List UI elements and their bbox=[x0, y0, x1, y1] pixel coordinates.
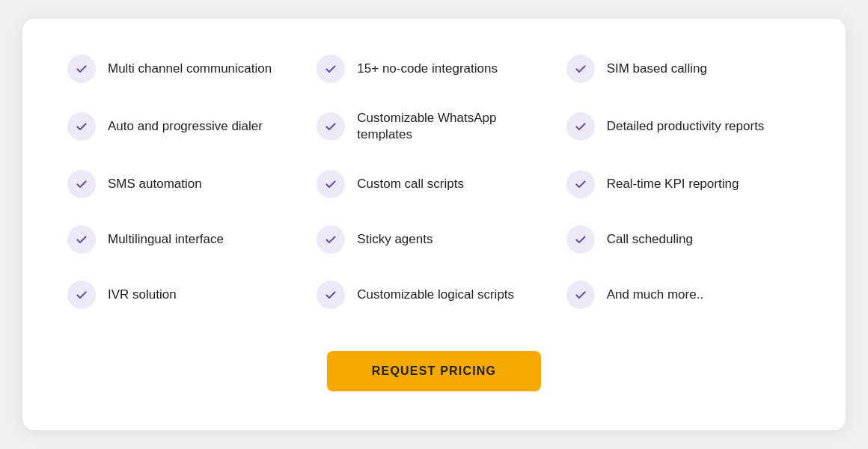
feature-label-custom-call-scripts: Custom call scripts bbox=[357, 176, 464, 192]
check-circle-icon bbox=[566, 55, 595, 83]
check-circle-icon bbox=[566, 225, 595, 254]
feature-label-productivity-reports: Detailed productivity reports bbox=[607, 118, 765, 135]
check-circle-icon bbox=[317, 225, 345, 254]
feature-label-sim-based-calling: SIM based calling bbox=[607, 61, 707, 77]
feature-label-call-scheduling: Call scheduling bbox=[607, 231, 693, 248]
check-circle-icon bbox=[67, 225, 96, 254]
feature-label-whatsapp-templates: Customizable WhatsApp templates bbox=[357, 110, 551, 143]
feature-item-custom-call-scripts: Custom call scripts bbox=[317, 170, 551, 198]
feature-item-realtime-kpi: Real-time KPI reporting bbox=[566, 170, 801, 198]
check-circle-icon bbox=[317, 55, 345, 83]
feature-item-sms-automation: SMS automation bbox=[67, 170, 302, 198]
check-circle-icon bbox=[67, 112, 96, 141]
feature-item-productivity-reports: Detailed productivity reports bbox=[566, 110, 801, 143]
check-circle-icon bbox=[317, 170, 345, 198]
check-circle-icon bbox=[566, 170, 595, 198]
features-grid: Multi channel communication 15+ no-code … bbox=[67, 55, 801, 309]
feature-label-no-code-integrations: 15+ no-code integrations bbox=[357, 61, 498, 77]
feature-label-and-more: And much more.. bbox=[607, 287, 703, 303]
feature-label-ivr-solution: IVR solution bbox=[108, 287, 177, 303]
feature-item-multi-channel: Multi channel communication bbox=[67, 55, 302, 83]
feature-label-logical-scripts: Customizable logical scripts bbox=[357, 287, 514, 303]
feature-label-multi-channel: Multi channel communication bbox=[108, 61, 272, 77]
feature-item-logical-scripts: Customizable logical scripts bbox=[317, 281, 551, 309]
feature-label-multilingual: Multilingual interface bbox=[108, 231, 224, 248]
cta-row: REQUEST PRICING bbox=[67, 351, 801, 391]
feature-item-no-code-integrations: 15+ no-code integrations bbox=[317, 55, 551, 83]
feature-label-realtime-kpi: Real-time KPI reporting bbox=[607, 176, 739, 192]
feature-item-auto-dialer: Auto and progressive dialer bbox=[67, 110, 302, 143]
features-card: Multi channel communication 15+ no-code … bbox=[22, 19, 846, 430]
feature-label-sms-automation: SMS automation bbox=[108, 176, 202, 192]
check-circle-icon bbox=[317, 281, 345, 309]
feature-item-and-more: And much more.. bbox=[566, 281, 801, 309]
feature-item-whatsapp-templates: Customizable WhatsApp templates bbox=[317, 110, 551, 143]
feature-item-sticky-agents: Sticky agents bbox=[317, 225, 551, 254]
check-circle-icon bbox=[67, 55, 96, 83]
feature-item-sim-based-calling: SIM based calling bbox=[566, 55, 801, 83]
request-pricing-button[interactable]: REQUEST PRICING bbox=[327, 351, 541, 391]
check-circle-icon bbox=[67, 170, 96, 198]
feature-item-call-scheduling: Call scheduling bbox=[566, 225, 801, 254]
feature-item-ivr-solution: IVR solution bbox=[67, 281, 302, 309]
check-circle-icon bbox=[566, 281, 595, 309]
check-circle-icon bbox=[566, 112, 595, 141]
feature-item-multilingual: Multilingual interface bbox=[67, 225, 302, 254]
feature-label-auto-dialer: Auto and progressive dialer bbox=[108, 118, 263, 135]
feature-label-sticky-agents: Sticky agents bbox=[357, 231, 433, 248]
check-circle-icon bbox=[317, 112, 345, 141]
check-circle-icon bbox=[67, 281, 96, 309]
